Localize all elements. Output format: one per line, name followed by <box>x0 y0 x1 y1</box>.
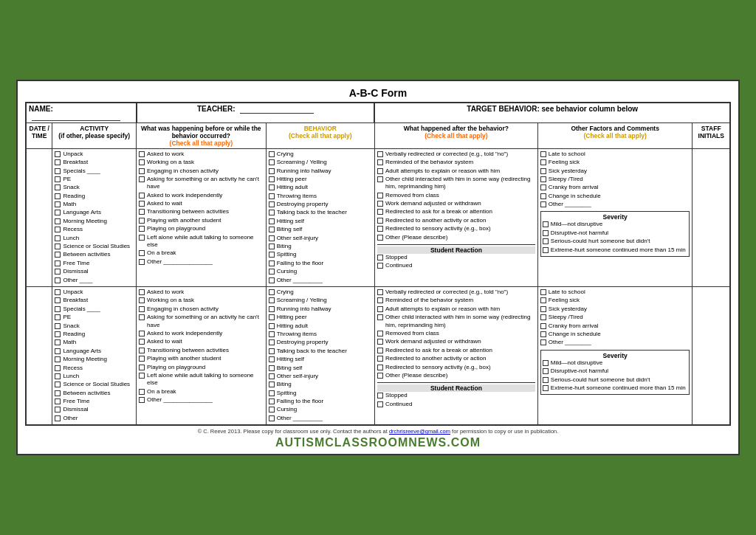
checkbox[interactable] <box>269 193 275 199</box>
checkbox[interactable] <box>139 193 145 199</box>
checkbox[interactable] <box>269 244 275 249</box>
checkbox[interactable] <box>540 289 546 295</box>
checkbox[interactable] <box>377 201 383 207</box>
checkbox[interactable] <box>269 201 275 207</box>
checkbox[interactable] <box>55 297 61 303</box>
checkbox[interactable] <box>55 323 61 329</box>
checkbox[interactable] <box>269 415 275 421</box>
checkbox[interactable] <box>55 407 61 413</box>
checkbox[interactable] <box>543 247 549 253</box>
checkbox[interactable] <box>55 269 61 275</box>
checkbox[interactable] <box>55 365 61 371</box>
checkbox[interactable] <box>269 297 275 303</box>
checkbox[interactable] <box>55 277 61 283</box>
checkbox[interactable] <box>269 289 275 295</box>
checkbox[interactable] <box>269 306 275 312</box>
checkbox[interactable] <box>269 331 275 337</box>
checkbox[interactable] <box>377 168 383 174</box>
checkbox[interactable] <box>139 209 145 215</box>
checkbox[interactable] <box>543 230 549 236</box>
checkbox[interactable] <box>55 168 61 174</box>
checkbox[interactable] <box>377 306 383 312</box>
checkbox[interactable] <box>269 210 275 215</box>
checkbox[interactable] <box>139 226 145 232</box>
checkbox[interactable] <box>269 390 275 396</box>
checkbox[interactable] <box>139 168 145 174</box>
checkbox[interactable] <box>55 314 61 320</box>
checkbox[interactable] <box>55 356 61 362</box>
checkbox[interactable] <box>55 244 61 249</box>
checkbox[interactable] <box>55 201 61 207</box>
checkbox[interactable] <box>269 365 275 371</box>
checkbox[interactable] <box>139 259 145 265</box>
checkbox[interactable] <box>540 201 546 207</box>
checkbox[interactable] <box>543 377 549 383</box>
checkbox[interactable] <box>55 151 61 157</box>
checkbox[interactable] <box>139 235 145 241</box>
checkbox[interactable] <box>377 348 383 353</box>
checkbox[interactable] <box>139 356 145 362</box>
checkbox[interactable] <box>540 314 546 320</box>
checkbox[interactable] <box>55 260 61 266</box>
checkbox[interactable] <box>55 252 61 258</box>
checkbox[interactable] <box>269 314 275 320</box>
checkbox[interactable] <box>55 382 61 387</box>
checkbox[interactable] <box>269 356 275 362</box>
checkbox[interactable] <box>269 260 275 266</box>
checkbox[interactable] <box>269 218 275 224</box>
checkbox[interactable] <box>540 159 546 165</box>
checkbox[interactable] <box>540 168 546 174</box>
checkbox[interactable] <box>139 159 145 165</box>
checkbox[interactable] <box>55 210 61 215</box>
checkbox[interactable] <box>55 398 61 404</box>
checkbox[interactable] <box>139 151 145 157</box>
checkbox[interactable] <box>377 218 383 224</box>
checkbox[interactable] <box>269 269 275 275</box>
checkbox[interactable] <box>269 168 275 174</box>
footer-email[interactable]: drchrisreeve@gmail.com <box>389 428 450 435</box>
checkbox[interactable] <box>55 218 61 224</box>
checkbox[interactable] <box>543 360 549 366</box>
checkbox[interactable] <box>139 176 145 182</box>
checkbox[interactable] <box>55 184 61 190</box>
checkbox[interactable] <box>377 365 383 370</box>
checkbox[interactable] <box>377 176 383 182</box>
checkbox[interactable] <box>543 221 549 227</box>
checkbox[interactable] <box>540 151 546 157</box>
checkbox[interactable] <box>55 227 61 232</box>
checkbox[interactable] <box>540 193 546 199</box>
checkbox[interactable] <box>139 306 145 312</box>
checkbox[interactable] <box>269 323 275 329</box>
checkbox[interactable] <box>269 151 275 157</box>
checkbox[interactable] <box>543 238 549 244</box>
checkbox[interactable] <box>269 398 275 404</box>
checkbox[interactable] <box>543 368 549 374</box>
checkbox[interactable] <box>55 235 61 241</box>
checkbox[interactable] <box>377 297 383 303</box>
checkbox[interactable] <box>269 235 275 241</box>
checkbox[interactable] <box>540 176 546 182</box>
checkbox[interactable] <box>377 289 383 295</box>
checkbox[interactable] <box>377 255 383 260</box>
checkbox[interactable] <box>139 389 145 395</box>
checkbox[interactable] <box>139 365 145 370</box>
checkbox[interactable] <box>377 193 383 199</box>
checkbox[interactable] <box>55 176 61 182</box>
checkbox[interactable] <box>269 159 275 165</box>
checkbox[interactable] <box>55 390 61 396</box>
checkbox[interactable] <box>540 331 546 337</box>
checkbox[interactable] <box>377 314 383 320</box>
checkbox[interactable] <box>55 348 61 354</box>
checkbox[interactable] <box>139 339 145 345</box>
checkbox[interactable] <box>139 331 145 336</box>
checkbox[interactable] <box>139 289 145 295</box>
checkbox[interactable] <box>269 184 275 190</box>
checkbox[interactable] <box>269 277 275 283</box>
checkbox[interactable] <box>55 339 61 345</box>
checkbox[interactable] <box>139 348 145 353</box>
checkbox[interactable] <box>139 218 145 224</box>
checkbox[interactable] <box>139 314 145 320</box>
checkbox[interactable] <box>540 184 546 190</box>
checkbox[interactable] <box>540 297 546 303</box>
checkbox[interactable] <box>377 263 383 269</box>
